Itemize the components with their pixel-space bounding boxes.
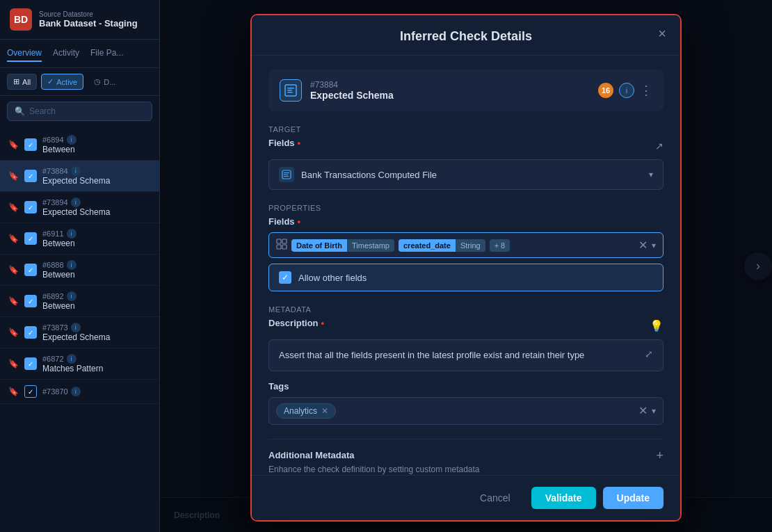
list-item[interactable]: 🔖 #6894 i Between xyxy=(0,129,159,161)
item-name: Between xyxy=(42,239,151,248)
check-icon[interactable] xyxy=(24,201,37,213)
list-item[interactable]: 🔖 #73873 i Expected Schema xyxy=(0,317,159,348)
item-info: #73873 i Expected Schema xyxy=(42,323,151,342)
clear-fields-button[interactable]: ✕ xyxy=(638,239,648,252)
expand-description-button[interactable]: ⤢ xyxy=(645,348,653,360)
check-icon[interactable] xyxy=(24,385,37,398)
metadata-section: Metadata Description • 💡 Assert that all… xyxy=(268,305,664,425)
item-name: Between xyxy=(42,145,151,154)
more-options-button[interactable]: ⋮ xyxy=(640,84,652,97)
svg-rect-10 xyxy=(277,245,281,249)
list-item[interactable]: 🔖 #73884 i Expected Schema xyxy=(0,161,159,192)
item-id: #73873 xyxy=(42,323,68,332)
list-item[interactable]: 🔖 #6911 i Between xyxy=(0,223,159,255)
nav-activity[interactable]: Activity xyxy=(53,45,79,62)
filter-all[interactable]: ⊞ All xyxy=(7,74,37,90)
item-info: #6894 i Between xyxy=(42,135,151,154)
properties-section: Properties Fields • xyxy=(268,204,664,291)
nav-file-pa[interactable]: File Pa... xyxy=(90,45,123,62)
tags-dropdown-icon[interactable]: ▾ xyxy=(652,406,656,416)
item-info: #6911 i Between xyxy=(42,229,151,248)
check-circle-icon: ✓ xyxy=(47,77,54,86)
app-title: Bank Dataset - Staging xyxy=(39,18,138,29)
validate-button[interactable]: Validate xyxy=(531,487,596,509)
field-tag-dob-type: Timestamp xyxy=(347,239,394,252)
fields-field-label: Fields • xyxy=(268,216,664,227)
modal-title: Inferred Check Details xyxy=(268,29,664,44)
list-item[interactable]: 🔖 #6872 i Matches Pattern xyxy=(0,348,159,380)
check-icon[interactable] xyxy=(24,170,37,182)
update-button[interactable]: Update xyxy=(603,487,664,509)
item-info: #73884 i Expected Schema xyxy=(42,166,151,186)
expand-icon[interactable]: ↗ xyxy=(655,140,664,152)
check-icon[interactable] xyxy=(24,326,37,339)
item-info: #73870 i xyxy=(42,387,151,396)
item-info: #6892 i Between xyxy=(42,291,151,311)
additional-metadata-header: Additional Metadata + xyxy=(268,449,664,462)
fields-extra-count: + 8 xyxy=(490,239,510,252)
field-tag-created-name: created_date xyxy=(399,239,456,252)
item-name: Between xyxy=(42,270,151,280)
field-tag-created-type: String xyxy=(456,239,485,252)
sidebar-header-text: Source Datastore Bank Dataset - Staging xyxy=(39,10,138,29)
allow-other-fields-row: Allow other fields xyxy=(268,264,664,291)
clear-tags-button[interactable]: ✕ xyxy=(638,404,648,417)
cancel-button[interactable]: Cancel xyxy=(466,487,524,509)
item-name: Between xyxy=(42,301,151,311)
file-selector[interactable]: Bank Transactions Computed File ▾ xyxy=(268,159,664,190)
bookmark-icon: 🔖 xyxy=(8,234,19,243)
check-icon[interactable] xyxy=(24,357,37,370)
description-field[interactable]: Assert that all the fields present in th… xyxy=(268,339,664,371)
item-id: #6894 xyxy=(42,136,64,144)
list-item[interactable]: 🔖 #73870 i xyxy=(0,380,159,404)
info-button[interactable]: i xyxy=(619,83,634,98)
item-name: Expected Schema xyxy=(42,176,151,186)
bookmark-icon: 🔖 xyxy=(8,140,19,150)
check-header-actions: 16 i ⋮ xyxy=(598,83,652,98)
nav-overview[interactable]: Overview xyxy=(7,45,42,62)
grid-icon xyxy=(276,239,287,252)
bookmark-icon: 🔖 xyxy=(8,359,19,369)
add-metadata-button[interactable]: + xyxy=(656,449,664,462)
additional-metadata-desc: Enhance the check definition by setting … xyxy=(268,465,664,474)
description-field-header: Description • 💡 xyxy=(268,318,664,334)
target-section-label: Target xyxy=(268,125,664,134)
search-placeholder: Search xyxy=(29,106,56,116)
list-item[interactable]: 🔖 #6892 i Between xyxy=(0,286,159,317)
item-info: #73894 i Expected Schema xyxy=(42,198,151,217)
source-label: Source Datastore xyxy=(39,10,138,18)
item-id: #6892 xyxy=(42,292,64,300)
required-indicator: • xyxy=(298,138,301,148)
item-id: #73894 xyxy=(42,198,68,207)
list-item[interactable]: 🔖 #6888 i Between xyxy=(0,255,159,286)
item-info: #6872 i Matches Pattern xyxy=(42,354,151,373)
lightbulb-icon: 💡 xyxy=(650,319,664,332)
main-content: Description File Field ‹ › Inferred Chec… xyxy=(160,0,772,532)
filter-active[interactable]: ✓ Active xyxy=(41,74,83,90)
modal-body: #73884 Expected Schema 16 i ⋮ Target xyxy=(252,56,680,488)
tag-remove-button[interactable]: ✕ xyxy=(321,406,328,416)
search-bar[interactable]: 🔍 Search xyxy=(7,102,152,121)
list-item[interactable]: 🔖 #73894 i Expected Schema xyxy=(0,192,159,223)
fields-container[interactable]: Date of Birth Timestamp created_date Str… xyxy=(268,232,664,258)
required-indicator: • xyxy=(298,216,301,227)
allow-fields-checkbox[interactable] xyxy=(279,271,291,284)
item-info: #6888 i Between xyxy=(42,260,151,280)
warning-badge: 16 xyxy=(598,83,613,98)
info-icon: i xyxy=(71,198,81,207)
info-icon: i xyxy=(71,323,81,332)
fields-dropdown-icon[interactable]: ▾ xyxy=(652,241,656,250)
info-icon: i xyxy=(67,354,77,364)
check-icon[interactable] xyxy=(24,264,37,276)
tag-analytics: Analytics ✕ xyxy=(276,403,336,419)
file-field-header: Fields • ↗ xyxy=(268,138,664,154)
filter-draft[interactable]: ◷ D... xyxy=(88,74,122,90)
close-button[interactable]: × xyxy=(658,26,666,40)
check-icon[interactable] xyxy=(24,138,37,151)
allow-fields-label: Allow other fields xyxy=(298,273,367,283)
info-icon: i xyxy=(71,387,81,396)
tags-container[interactable]: Analytics ✕ ✕ ▾ xyxy=(268,397,664,425)
check-icon[interactable] xyxy=(24,295,37,307)
check-header-card: #73884 Expected Schema 16 i ⋮ xyxy=(268,70,664,111)
check-icon[interactable] xyxy=(24,232,37,245)
